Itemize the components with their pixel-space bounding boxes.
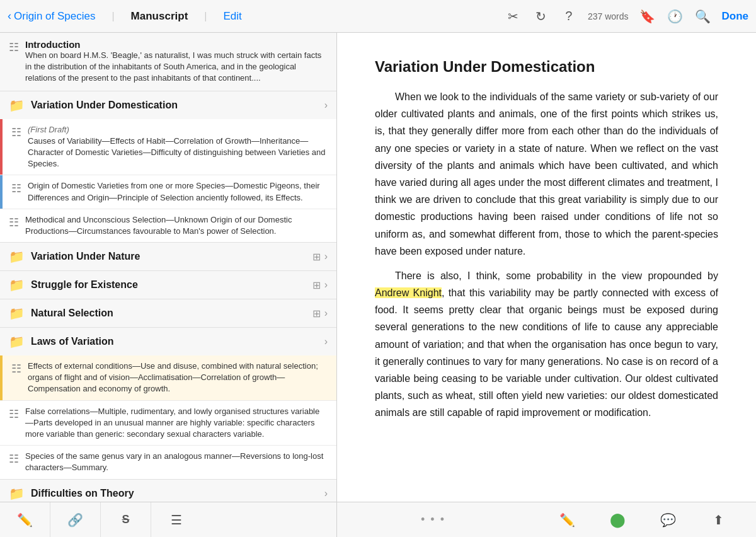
top-bar-left: ‹ Origin of Species | Manuscript | Edit [8,9,242,23]
content-body: When we look to the individuals of the s… [375,88,718,422]
content-title: Variation Under Domestication [375,58,718,76]
folder-icon: 📁 [9,306,25,321]
help-icon[interactable]: ? [560,9,578,23]
dots-indicator: • • • [421,513,445,526]
chevron-icon: › [324,308,328,319]
folder-label: Laws of Variation [31,336,324,347]
back-icon: ‹ [8,9,11,23]
folder-icon: 📁 [9,486,25,501]
effects-external-text: Effects of external conditions—Use and d… [28,361,328,395]
left-bar-yellow [0,355,3,400]
grid-icon: ⊞ [312,251,321,263]
bottom-toolbar: ✏️ 🔗 S ☰ • • • ✏️ ⬤ 💬 ⬆ [0,502,756,537]
content-paragraph1: When we look to the individuals of the s… [375,88,718,260]
false-correlations-text: False correlations—Multiple, rudimentary… [25,406,328,441]
doc-icon: ☷ [9,452,19,466]
annotation-pen-button[interactable]: ✏️ [542,502,592,538]
section-difficulties-theory: 📁 Difficulties on Theory › ☷ Difficultie… [0,480,336,502]
history-icon[interactable]: 🕐 [667,9,684,24]
folder-variation-nature[interactable]: 📁 Variation Under Nature ⊞ › [0,243,336,270]
first-draft-label: (First Draft) [28,124,328,136]
folder-struggle-existence[interactable]: 📁 Struggle for Existence ⊞ › [0,271,336,299]
folder-label: Difficulties on Theory [31,488,324,499]
methodical-selection-text: Methodical and Unconscious Selection—Unk… [25,214,328,237]
folder-icon: 📁 [9,249,25,264]
annotation-pen-icon: ✏️ [559,512,575,528]
highlight-andrew-knight: Andrew Knight [375,287,442,298]
doc-effects-external[interactable]: ☷ Effects of external conditions—Use and… [0,355,336,401]
chevron-icon: › [324,100,328,111]
search-icon[interactable]: 🔍 [694,9,712,24]
content-pane: Variation Under Domestication When we lo… [337,33,756,502]
manuscript-title: Manuscript [131,10,188,23]
chevron-icon: › [324,488,328,499]
main-area: ☷ Introduction When on board H.M.S. 'Bea… [0,33,756,502]
content-paragraph2: There is also, I think, some probability… [375,267,718,422]
strikethrough-tool-button[interactable]: S [101,502,151,538]
comment-button[interactable]: 💬 [643,502,693,538]
share-button[interactable]: ⬆ [693,502,743,538]
paragraph2-before: There is also, I think, some probability… [395,270,718,281]
folder-label: Variation Under Domestication [31,100,324,111]
folder-difficulties-theory[interactable]: 📁 Difficulties on Theory › [0,480,336,502]
doc-icon: ☷ [9,407,19,421]
app-title: Origin of Species [14,10,95,23]
section-natural-selection: 📁 Natural Selection ⊞ › [0,299,336,328]
grid-icon: ⊞ [312,308,321,320]
back-button[interactable]: ‹ Origin of Species [8,9,95,23]
bottom-left-tools: ✏️ 🔗 S ☰ [0,502,337,538]
share-icon: ⬆ [713,512,724,528]
edit-button[interactable]: Edit [223,10,241,23]
section-laws-variation: 📁 Laws of Variation › ☷ Effects of exter… [0,328,336,480]
pen-tool-button[interactable]: ✏️ [0,502,50,538]
doc-icon: ☷ [11,362,21,376]
link-icon: 🔗 [67,512,83,528]
doc-false-correlations[interactable]: ☷ False correlations—Multiple, rudimenta… [0,401,336,446]
refresh-icon[interactable]: ↻ [532,9,550,24]
doc-first-draft[interactable]: ☷ (First Draft) Causes of Variability—Ef… [0,119,336,176]
chevron-icon: › [324,336,328,347]
intro-preview: When on board H.M.S. 'Beagle,' as natura… [25,50,328,84]
strikethrough-icon: S [122,513,129,526]
scissors-icon[interactable]: ✂ [505,9,522,24]
top-bar-center: ✂ ↻ ? 237 words 🔖 🕐 🔍 Done [505,9,748,24]
pen-icon: ✏️ [17,512,33,528]
first-draft-text: Causes of Variability—Effects of Habit—C… [28,136,328,170]
doc-icon: ☷ [9,216,19,229]
folder-label: Struggle for Existence [31,279,312,291]
doc-methodical-selection[interactable]: ☷ Methodical and Unconscious Selection—U… [0,209,336,242]
folder-icon: 📁 [9,277,25,292]
color-circle-icon: ⬤ [610,512,626,528]
species-same-genus-text: Species of the same genus vary in an ana… [25,451,328,473]
chevron-icon: › [324,279,328,291]
folder-laws-variation[interactable]: 📁 Laws of Variation › [0,328,336,355]
sidebar-item-introduction[interactable]: ☷ Introduction When on board H.M.S. 'Bea… [0,33,336,91]
paragraph2-after: , that this variability may be partly co… [375,287,718,418]
bottom-right-tools: ✏️ ⬤ 💬 ⬆ [529,502,756,538]
doc-species-same-genus[interactable]: ☷ Species of the same genus vary in an a… [0,446,336,478]
color-circle-button[interactable]: ⬤ [592,502,643,538]
done-button[interactable]: Done [722,10,749,23]
folder-label: Natural Selection [31,308,312,319]
section-struggle-existence: 📁 Struggle for Existence ⊞ › [0,271,336,299]
doc-icon: ☷ [9,40,19,54]
doc-icon: ☷ [11,182,21,195]
folder-variation-domestication[interactable]: 📁 Variation Under Domestication › [0,91,336,119]
list-tool-button[interactable]: ☰ [151,502,202,538]
word-count: 237 words [588,11,629,21]
section-variation-domestication: 📁 Variation Under Domestication › ☷ (Fir… [0,91,336,243]
bookmark-icon[interactable]: 🔖 [639,9,656,24]
doc-domestic-varieties[interactable]: ☷ Origin of Domestic Varieties from one … [0,175,336,209]
link-tool-button[interactable]: 🔗 [50,502,101,538]
folder-icon: 📁 [9,98,25,113]
top-toolbar: ‹ Origin of Species | Manuscript | Edit … [0,0,756,33]
bottom-center-dots: • • • [337,513,529,526]
folder-natural-selection[interactable]: 📁 Natural Selection ⊞ › [0,299,336,327]
intro-title: Introduction [25,39,328,50]
grid-icon: ⊞ [312,279,321,291]
folder-label: Variation Under Nature [31,251,312,262]
list-icon: ☰ [171,512,182,528]
left-bar-blue [0,175,3,208]
domestic-varieties-text: Origin of Domestic Varieties from one or… [28,180,328,203]
comment-icon: 💬 [660,512,676,528]
